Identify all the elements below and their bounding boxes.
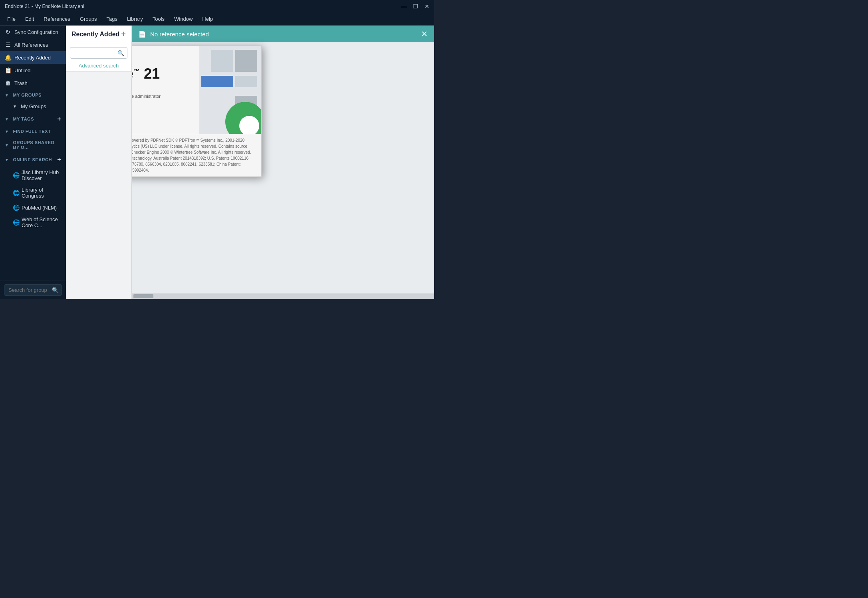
sidebar-online-search-label: ONLINE SEARCH	[13, 157, 52, 162]
deco-gray-box-2	[211, 50, 233, 72]
center-search-icon: 🔍	[117, 50, 124, 56]
globe-jisc-icon: 🌐	[13, 172, 19, 178]
advanced-search-link[interactable]: Advanced search	[66, 60, 131, 71]
add-reference-button[interactable]: +	[121, 30, 126, 39]
close-window-button[interactable]: ✕	[425, 3, 429, 10]
menu-bar: File Edit References Groups Tags Library…	[0, 13, 434, 26]
no-reference-text: No reference selected	[150, 31, 209, 38]
sidebar-item-pubmed[interactable]: 🌐 PubMed (NLM)	[0, 202, 66, 214]
sidebar-item-unfiled[interactable]: 📋 Unfiled	[0, 64, 66, 77]
sidebar-jisc-label: Jisc Library Hub Discover	[22, 169, 61, 181]
reference-header: 📄 No reference selected ✕	[132, 26, 434, 42]
about-dialog: Clarivate EndNote™ 21 EndNote 21 (Bld 17…	[132, 46, 262, 177]
chevron-shared-icon: ▼	[5, 143, 9, 147]
title-bar: EndNote 21 - My EndNote Library.enl — ❐ …	[0, 0, 434, 13]
scroll-thumb[interactable]	[133, 294, 153, 298]
center-panel-title: Recently Added	[72, 31, 119, 38]
menu-window[interactable]: Window	[170, 14, 197, 24]
license-text: Contact your EndNote License administrat…	[132, 93, 191, 106]
about-info-inline: EndNote 21 (Bld 17096) Contact your EndN…	[132, 86, 191, 106]
build-info: EndNote 21 (Bld 17096)	[132, 86, 191, 92]
menu-tags[interactable]: Tags	[102, 14, 121, 24]
sidebar-groups-shared-label: GROUPS SHARED BY O...	[13, 140, 61, 150]
sidebar-sync-label: Sync Configuration	[14, 29, 58, 35]
sidebar-web-of-science-label: Web of Science Core C...	[22, 216, 61, 228]
menu-help[interactable]: Help	[198, 14, 217, 24]
scroll-bar[interactable]	[132, 293, 434, 299]
endnote-title: EndNote™ 21	[132, 67, 191, 81]
menu-groups[interactable]: Groups	[76, 14, 101, 24]
about-left: Clarivate EndNote™ 21 EndNote 21 (Bld 17…	[132, 46, 199, 134]
minimize-button[interactable]: —	[401, 3, 407, 10]
menu-tools[interactable]: Tools	[149, 14, 169, 24]
sidebar-item-recently-added[interactable]: 🔔 Recently Added	[0, 51, 66, 64]
sidebar-find-full-text-header[interactable]: ▼ FIND FULL TEXT	[0, 126, 66, 137]
deco-gray-box-1	[235, 50, 257, 72]
center-panel: Recently Added + 🔍 Advanced search	[66, 26, 132, 299]
sidebar-item-my-groups[interactable]: ▼ My Groups	[0, 101, 66, 112]
window-controls: — ❐ ✕	[401, 3, 429, 10]
globe-pubmed-icon: 🌐	[13, 204, 19, 211]
sidebar-my-tags-header[interactable]: ▼ MY TAGS +	[0, 112, 66, 126]
sidebar-pubmed-label: PubMed (NLM)	[22, 205, 57, 211]
menu-references[interactable]: References	[40, 14, 74, 24]
chevron-fft-icon: ▼	[5, 129, 9, 134]
add-online-search-button[interactable]: +	[57, 156, 61, 163]
chevron-sub-icon: ▼	[13, 104, 17, 109]
menu-library[interactable]: Library	[123, 14, 147, 24]
globe-wos-icon: 🌐	[13, 219, 19, 226]
sidebar-item-web-of-science[interactable]: 🌐 Web of Science Core C...	[0, 214, 66, 231]
app-title: EndNote 21 - My EndNote Library.enl	[5, 4, 84, 9]
unfiled-icon: 📋	[5, 67, 11, 73]
footer-text: PDF technology in EndNote is powered by …	[132, 138, 251, 172]
sidebar-item-trash[interactable]: 🗑 Trash	[0, 77, 66, 89]
globe-loc-icon: 🌐	[13, 190, 19, 196]
sidebar-recently-added-label: Recently Added	[14, 55, 51, 61]
about-right-decoration	[199, 46, 261, 134]
sidebar-item-library-of-congress[interactable]: 🌐 Library of Congress	[0, 184, 66, 202]
menu-file[interactable]: File	[3, 14, 20, 24]
center-search-area: 🔍	[66, 43, 131, 60]
about-footer: PDF technology in EndNote is powered by …	[132, 134, 261, 176]
sidebar-trash-label: Trash	[14, 80, 28, 86]
sidebar: ↻ Sync Configuration ☰ All References 🔔 …	[0, 26, 66, 299]
sidebar-item-sync[interactable]: ↻ Sync Configuration	[0, 26, 66, 38]
main-layout: ↻ Sync Configuration ☰ All References 🔔 …	[0, 26, 434, 299]
reference-icon: 📄	[138, 30, 146, 38]
right-panel: 📄 No reference selected ✕ Clarivate EndN…	[132, 26, 434, 299]
about-content: Clarivate EndNote™ 21 EndNote 21 (Bld 17…	[132, 46, 261, 134]
trash-icon: 🗑	[5, 80, 11, 86]
add-tag-button[interactable]: +	[57, 115, 61, 123]
group-search-icon: 🔍	[52, 287, 59, 293]
maximize-button[interactable]: ❐	[413, 3, 418, 10]
deco-gray-box-3	[235, 76, 257, 87]
sidebar-unfiled-label: Unfiled	[14, 67, 30, 73]
sync-icon: ↻	[5, 29, 11, 35]
close-reference-button[interactable]: ✕	[421, 29, 428, 39]
sidebar-my-groups-header[interactable]: ▼ MY GROUPS	[0, 89, 66, 101]
chevron-tags-icon: ▼	[5, 117, 9, 121]
deco-white-circle	[239, 116, 259, 134]
sidebar-my-tags-label: MY TAGS	[13, 117, 34, 121]
sidebar-groups-shared-header[interactable]: ▼ GROUPS SHARED BY O...	[0, 137, 66, 153]
sidebar-item-all-references[interactable]: ☰ All References	[0, 38, 66, 51]
sidebar-online-search-header[interactable]: ▼ ONLINE SEARCH +	[0, 153, 66, 166]
sidebar-all-references-label: All References	[14, 42, 48, 48]
list-icon: ☰	[5, 42, 11, 48]
menu-edit[interactable]: Edit	[21, 14, 38, 24]
sidebar-library-of-congress-label: Library of Congress	[22, 187, 61, 199]
bell-icon: 🔔	[5, 54, 11, 61]
center-panel-header: Recently Added +	[66, 26, 131, 43]
endnote-version-number: 21	[144, 65, 160, 82]
chevron-online-icon: ▼	[5, 158, 9, 162]
sidebar-my-groups-sub-label: My Groups	[21, 103, 46, 109]
chevron-icon: ▼	[5, 93, 9, 97]
sidebar-item-jisc[interactable]: 🌐 Jisc Library Hub Discover	[0, 166, 66, 184]
deco-blue-bar	[201, 76, 233, 87]
sidebar-search-area: 🔍	[0, 281, 66, 299]
trademark-sup: ™	[133, 68, 140, 75]
sidebar-find-full-text-label: FIND FULL TEXT	[13, 129, 51, 134]
sidebar-my-groups-label: MY GROUPS	[13, 93, 42, 97]
clarivate-logo: Clarivate	[132, 54, 191, 62]
